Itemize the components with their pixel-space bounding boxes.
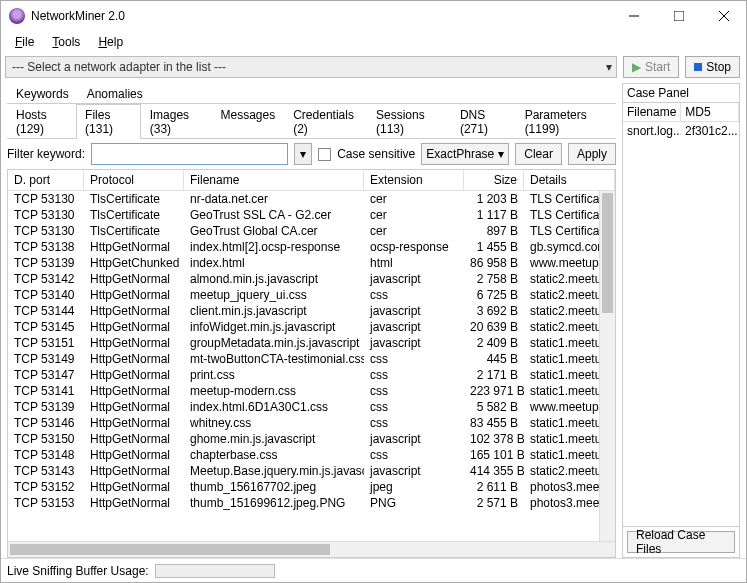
match-mode-select[interactable]: ExactPhrase ▾ <box>421 143 509 165</box>
table-row[interactable]: TCP 53149HttpGetNormalmt-twoButtonCTA-te… <box>8 351 615 367</box>
cell-extension: javascript <box>364 303 464 319</box>
cell-extension: ocsp-response <box>364 239 464 255</box>
cell-protocol: HttpGetNormal <box>84 335 184 351</box>
col-extension[interactable]: Extension <box>364 170 464 190</box>
scrollbar-thumb[interactable] <box>602 193 613 313</box>
case-col-filename[interactable]: Filename <box>623 103 681 121</box>
case-row[interactable]: snort.log.... 2f301c2... <box>623 122 739 140</box>
cell-size: 2 171 B <box>464 367 524 383</box>
case-col-md5[interactable]: MD5 <box>681 103 739 121</box>
scrollbar-vertical[interactable] <box>599 191 615 541</box>
tab-keywords[interactable]: Keywords <box>7 83 78 104</box>
cell-extension: javascript <box>364 319 464 335</box>
tab-parameters[interactable]: Parameters (1199) <box>516 104 616 139</box>
filter-label: Filter keyword: <box>7 147 85 161</box>
table-row[interactable]: TCP 53130TlsCertificatenr-data.net.cerce… <box>8 191 615 207</box>
case-sensitive-label: Case sensitive <box>337 147 415 161</box>
cell-filename: chapterbase.css <box>184 447 364 463</box>
status-label: Live Sniffing Buffer Usage: <box>7 564 149 578</box>
col-size[interactable]: Size <box>464 170 524 190</box>
cell-size: 5 582 B <box>464 399 524 415</box>
cell-filename: whitney.css <box>184 415 364 431</box>
cell-size: 6 725 B <box>464 287 524 303</box>
svg-rect-1 <box>674 11 684 21</box>
cell-port: TCP 53149 <box>8 351 84 367</box>
cell-extension: css <box>364 383 464 399</box>
close-button[interactable] <box>701 2 746 30</box>
cell-size: 20 639 B <box>464 319 524 335</box>
cell-filename: meetup-modern.css <box>184 383 364 399</box>
table-row[interactable]: TCP 53143HttpGetNormalMeetup.Base.jquery… <box>8 463 615 479</box>
cell-protocol: HttpGetNormal <box>84 367 184 383</box>
table-row[interactable]: TCP 53139HttpGetChunkedindex.htmlhtml86 … <box>8 255 615 271</box>
table-row[interactable]: TCP 53140HttpGetNormalmeetup_jquery_ui.c… <box>8 287 615 303</box>
table-row[interactable]: TCP 53142HttpGetNormalalmond.min.js.java… <box>8 271 615 287</box>
cell-protocol: HttpGetNormal <box>84 399 184 415</box>
cell-port: TCP 53144 <box>8 303 84 319</box>
cell-size: 2 409 B <box>464 335 524 351</box>
tab-files[interactable]: Files (131) <box>76 104 141 139</box>
tab-messages[interactable]: Messages <box>212 104 285 139</box>
adapter-select[interactable]: --- Select a network adapter in the list… <box>5 56 617 78</box>
table-row[interactable]: TCP 53130TlsCertificateGeoTrust Global C… <box>8 223 615 239</box>
cell-port: TCP 53140 <box>8 287 84 303</box>
cell-port: TCP 53142 <box>8 271 84 287</box>
col-port[interactable]: D. port <box>8 170 84 190</box>
cell-extension: html <box>364 255 464 271</box>
play-icon: ▶ <box>632 60 641 74</box>
tabs-upper: Keywords Anomalies <box>7 83 616 104</box>
maximize-button[interactable] <box>656 2 701 30</box>
table-row[interactable]: TCP 53148HttpGetNormalchapterbase.csscss… <box>8 447 615 463</box>
clear-button[interactable]: Clear <box>515 143 562 165</box>
case-sensitive-checkbox[interactable] <box>318 148 331 161</box>
tab-credentials[interactable]: Credentials (2) <box>284 104 367 139</box>
cell-size: 102 378 B <box>464 431 524 447</box>
case-row-filename: snort.log.... <box>623 122 681 140</box>
col-filename[interactable]: Filename <box>184 170 364 190</box>
table-row[interactable]: TCP 53139HttpGetNormalindex.html.6D1A30C… <box>8 399 615 415</box>
menu-help[interactable]: Help <box>98 35 123 49</box>
tab-hosts[interactable]: Hosts (129) <box>7 104 76 139</box>
table-row[interactable]: TCP 53151HttpGetNormalgroupMetadata.min.… <box>8 335 615 351</box>
col-protocol[interactable]: Protocol <box>84 170 184 190</box>
cell-filename: client.min.js.javascript <box>184 303 364 319</box>
tab-sessions[interactable]: Sessions (113) <box>367 104 451 139</box>
col-details[interactable]: Details <box>524 170 615 190</box>
stop-button[interactable]: Stop <box>685 56 740 78</box>
table-row[interactable]: TCP 53150HttpGetNormalghome.min.js.javas… <box>8 431 615 447</box>
cell-filename: infoWidget.min.js.javascript <box>184 319 364 335</box>
cell-extension: css <box>364 399 464 415</box>
tab-anomalies[interactable]: Anomalies <box>78 83 152 104</box>
scrollbar-thumb[interactable] <box>10 544 330 555</box>
tab-dns[interactable]: DNS (271) <box>451 104 516 139</box>
cell-protocol: HttpGetNormal <box>84 415 184 431</box>
table-row[interactable]: TCP 53146HttpGetNormalwhitney.csscss83 4… <box>8 415 615 431</box>
app-logo-icon <box>9 8 25 24</box>
menu-file[interactable]: File <box>15 35 34 49</box>
filter-combo-chevron-icon[interactable]: ▾ <box>294 143 312 165</box>
titlebar: NetworkMiner 2.0 <box>1 1 746 31</box>
cell-protocol: HttpGetNormal <box>84 287 184 303</box>
cell-size: 223 971 B <box>464 383 524 399</box>
filter-input[interactable] <box>91 143 288 165</box>
start-button[interactable]: ▶ Start <box>623 56 679 78</box>
table-row[interactable]: TCP 53138HttpGetNormalindex.html[2].ocsp… <box>8 239 615 255</box>
cell-extension: javascript <box>364 431 464 447</box>
scrollbar-horizontal[interactable] <box>8 541 615 557</box>
cell-protocol: TlsCertificate <box>84 207 184 223</box>
table-row[interactable]: TCP 53152HttpGetNormalthumb_156167702.jp… <box>8 479 615 495</box>
chevron-down-icon: ▾ <box>606 60 612 74</box>
tab-images[interactable]: Images (33) <box>141 104 212 139</box>
table-row[interactable]: TCP 53144HttpGetNormalclient.min.js.java… <box>8 303 615 319</box>
table-row[interactable]: TCP 53147HttpGetNormalprint.csscss2 171 … <box>8 367 615 383</box>
reload-case-files-button[interactable]: Reload Case Files <box>627 531 735 553</box>
table-row[interactable]: TCP 53141HttpGetNormalmeetup-modern.cssc… <box>8 383 615 399</box>
apply-button[interactable]: Apply <box>568 143 616 165</box>
table-row[interactable]: TCP 53153HttpGetNormalthumb_151699612.jp… <box>8 495 615 511</box>
cell-filename: index.html[2].ocsp-response <box>184 239 364 255</box>
table-row[interactable]: TCP 53145HttpGetNormalinfoWidget.min.js.… <box>8 319 615 335</box>
menu-tools[interactable]: Tools <box>52 35 80 49</box>
table-row[interactable]: TCP 53130TlsCertificateGeoTrust SSL CA -… <box>8 207 615 223</box>
cell-filename: nr-data.net.cer <box>184 191 364 207</box>
minimize-button[interactable] <box>611 2 656 30</box>
